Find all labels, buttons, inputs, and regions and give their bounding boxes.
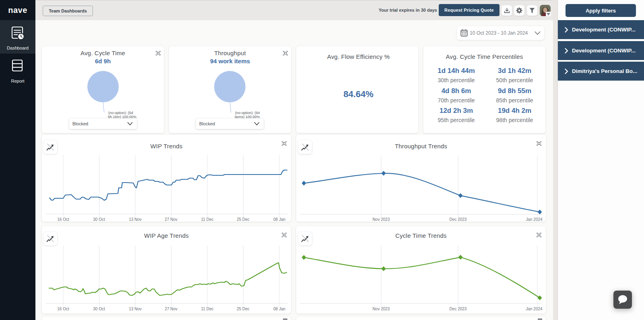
svg-text:Jan 2024: Jan 2024 <box>526 307 543 311</box>
svg-text:16 Oct: 16 Oct <box>57 217 69 222</box>
svg-text:08 Jan: 08 Jan <box>273 307 285 311</box>
svg-text:Jan 2024: Jan 2024 <box>526 217 543 222</box>
svg-text:16 Oct: 16 Oct <box>57 307 69 311</box>
svg-text:11 Dec: 11 Dec <box>201 307 214 311</box>
svg-text:27 Nov: 27 Nov <box>165 307 178 311</box>
svg-text:13 Nov: 13 Nov <box>129 217 142 222</box>
svg-text:Dec 2023: Dec 2023 <box>450 217 467 222</box>
svg-text:27 Nov: 27 Nov <box>165 217 178 222</box>
svg-text:Nov 2023: Nov 2023 <box>373 307 390 311</box>
svg-text:30 Oct: 30 Oct <box>93 217 105 222</box>
svg-text:Dec 2023: Dec 2023 <box>450 307 467 311</box>
svg-text:25 Dec: 25 Dec <box>237 307 250 311</box>
svg-text:30 Oct: 30 Oct <box>93 307 105 311</box>
svg-text:(no-option): (94: (no-option): (94 <box>235 111 260 115</box>
svg-text:13 Nov: 13 Nov <box>129 307 142 311</box>
svg-text:25 Dec: 25 Dec <box>237 217 250 222</box>
svg-text:(no-option): (5d: (no-option): (5d <box>108 111 133 115</box>
svg-text:11 Dec: 11 Dec <box>201 217 214 222</box>
svg-text:08 Jan: 08 Jan <box>273 217 285 222</box>
svg-text:Nov 2023: Nov 2023 <box>373 217 390 222</box>
